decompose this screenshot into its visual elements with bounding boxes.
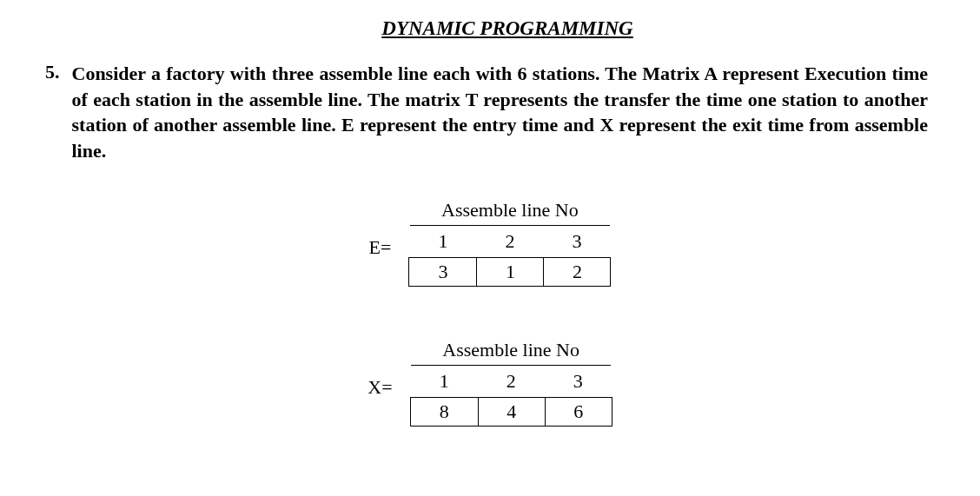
exit-col-1: 1	[411, 368, 478, 397]
entry-val-3: 2	[543, 258, 610, 286]
exit-table: Assemble line No 1 2 3 8 4 6	[410, 339, 612, 427]
exit-label: X=	[368, 376, 392, 427]
entry-val-2: 1	[476, 258, 543, 286]
exit-value-row: 8 4 6	[410, 397, 612, 427]
entry-caption: Assemble line No	[441, 199, 579, 222]
exit-col-3: 3	[545, 368, 612, 397]
problem-text: Consider a factory with three assemble l…	[72, 61, 929, 164]
tables-area: E= Assemble line No 1 2 3 3 1 2 X=	[26, 199, 954, 427]
entry-label: E=	[369, 236, 392, 287]
entry-col-1: 1	[409, 228, 476, 257]
exit-val-3: 6	[545, 398, 612, 426]
entry-val-1: 3	[409, 258, 476, 286]
problem-number: 5.	[45, 61, 60, 83]
entry-table-block: E= Assemble line No 1 2 3 3 1 2	[369, 199, 612, 287]
entry-table: Assemble line No 1 2 3 3 1 2	[408, 199, 611, 287]
entry-rule	[410, 225, 610, 226]
exit-header-row: 1 2 3	[411, 368, 612, 397]
exit-val-1: 8	[411, 398, 478, 426]
exit-rule	[411, 365, 611, 366]
exit-col-2: 2	[478, 368, 545, 397]
entry-value-row: 3 1 2	[408, 257, 611, 287]
exit-table-block: X= Assemble line No 1 2 3 8 4 6	[368, 339, 612, 427]
entry-col-2: 2	[476, 228, 543, 257]
exit-val-2: 4	[478, 398, 545, 426]
entry-col-3: 3	[543, 228, 610, 257]
page-title: DYNAMIC PROGRAMMING	[61, 17, 954, 40]
problem-statement: 5. Consider a factory with three assembl…	[26, 61, 954, 164]
exit-caption: Assemble line No	[442, 339, 579, 361]
entry-header-row: 1 2 3	[409, 228, 610, 257]
